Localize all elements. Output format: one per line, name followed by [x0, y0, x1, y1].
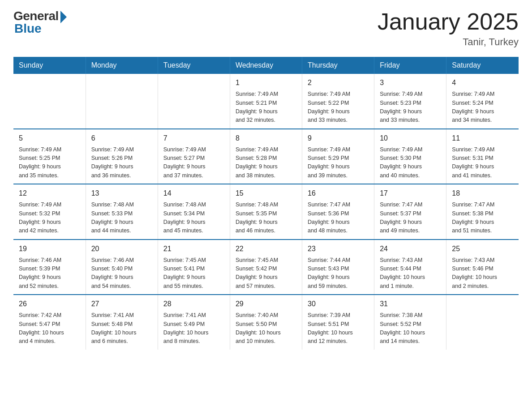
calendar-cell: 6Sunrise: 7:49 AM Sunset: 5:26 PM Daylig… [86, 129, 158, 184]
logo-arrow-icon [60, 11, 67, 23]
day-info: Sunrise: 7:46 AM Sunset: 5:40 PM Dayligh… [91, 256, 152, 291]
day-number: 25 [452, 244, 513, 254]
calendar-cell: 4Sunrise: 7:49 AM Sunset: 5:24 PM Daylig… [446, 74, 519, 129]
day-number: 3 [380, 77, 441, 88]
calendar-cell: 27Sunrise: 7:41 AM Sunset: 5:48 PM Dayli… [86, 295, 158, 350]
calendar-table: SundayMondayTuesdayWednesdayThursdayFrid… [13, 57, 519, 350]
calendar-cell: 9Sunrise: 7:49 AM Sunset: 5:29 PM Daylig… [302, 129, 374, 184]
calendar-cell: 12Sunrise: 7:49 AM Sunset: 5:32 PM Dayli… [13, 184, 86, 240]
calendar-cell: 15Sunrise: 7:48 AM Sunset: 5:35 PM Dayli… [230, 184, 302, 240]
day-info: Sunrise: 7:49 AM Sunset: 5:26 PM Dayligh… [91, 146, 152, 180]
calendar-cell: 17Sunrise: 7:47 AM Sunset: 5:37 PM Dayli… [374, 184, 446, 240]
calendar-title: January 2025 [378, 9, 519, 34]
day-number: 18 [452, 188, 513, 199]
calendar-cell: 3Sunrise: 7:49 AM Sunset: 5:23 PM Daylig… [374, 74, 446, 129]
day-info: Sunrise: 7:39 AM Sunset: 5:51 PM Dayligh… [308, 311, 369, 346]
day-info: Sunrise: 7:49 AM Sunset: 5:25 PM Dayligh… [19, 146, 80, 180]
day-info: Sunrise: 7:47 AM Sunset: 5:37 PM Dayligh… [380, 201, 441, 235]
day-info: Sunrise: 7:41 AM Sunset: 5:49 PM Dayligh… [163, 311, 224, 346]
day-of-week-header: Monday [86, 57, 158, 74]
calendar-cell: 20Sunrise: 7:46 AM Sunset: 5:40 PM Dayli… [86, 240, 158, 295]
day-number: 16 [308, 188, 369, 199]
day-of-week-header: Thursday [302, 57, 374, 74]
day-info: Sunrise: 7:49 AM Sunset: 5:22 PM Dayligh… [308, 90, 369, 125]
calendar-cell: 11Sunrise: 7:49 AM Sunset: 5:31 PM Dayli… [446, 129, 519, 184]
day-number: 30 [308, 299, 369, 309]
day-number: 28 [163, 299, 224, 309]
day-info: Sunrise: 7:49 AM Sunset: 5:29 PM Dayligh… [308, 146, 369, 180]
day-info: Sunrise: 7:45 AM Sunset: 5:42 PM Dayligh… [236, 256, 296, 291]
day-number: 20 [91, 244, 152, 254]
day-number: 12 [19, 188, 80, 199]
calendar-cell: 7Sunrise: 7:49 AM Sunset: 5:27 PM Daylig… [158, 129, 230, 184]
day-info: Sunrise: 7:44 AM Sunset: 5:43 PM Dayligh… [308, 256, 369, 291]
day-number: 26 [19, 299, 80, 309]
day-info: Sunrise: 7:43 AM Sunset: 5:44 PM Dayligh… [380, 256, 441, 291]
day-info: Sunrise: 7:41 AM Sunset: 5:48 PM Dayligh… [91, 311, 152, 346]
calendar-cell: 1Sunrise: 7:49 AM Sunset: 5:21 PM Daylig… [230, 74, 302, 129]
calendar-cell: 13Sunrise: 7:48 AM Sunset: 5:33 PM Dayli… [86, 184, 158, 240]
calendar-week-row: 5Sunrise: 7:49 AM Sunset: 5:25 PM Daylig… [13, 129, 519, 184]
day-number: 4 [452, 77, 513, 88]
calendar-cell: 18Sunrise: 7:47 AM Sunset: 5:38 PM Dayli… [446, 184, 519, 240]
day-number: 6 [91, 133, 152, 144]
day-number: 1 [236, 77, 296, 88]
day-info: Sunrise: 7:38 AM Sunset: 5:52 PM Dayligh… [380, 311, 441, 346]
day-info: Sunrise: 7:47 AM Sunset: 5:38 PM Dayligh… [452, 201, 513, 235]
days-of-week-row: SundayMondayTuesdayWednesdayThursdayFrid… [13, 57, 519, 74]
day-number: 21 [163, 244, 224, 254]
calendar-cell: 24Sunrise: 7:43 AM Sunset: 5:44 PM Dayli… [374, 240, 446, 295]
day-info: Sunrise: 7:49 AM Sunset: 5:27 PM Dayligh… [163, 146, 224, 180]
calendar-cell: 23Sunrise: 7:44 AM Sunset: 5:43 PM Dayli… [302, 240, 374, 295]
day-number: 31 [380, 299, 441, 309]
day-info: Sunrise: 7:47 AM Sunset: 5:36 PM Dayligh… [308, 201, 369, 235]
calendar-cell: 19Sunrise: 7:46 AM Sunset: 5:39 PM Dayli… [13, 240, 86, 295]
title-section: January 2025 Tanir, Turkey [378, 9, 519, 48]
day-number: 10 [380, 133, 441, 144]
day-info: Sunrise: 7:49 AM Sunset: 5:24 PM Dayligh… [452, 90, 513, 125]
day-info: Sunrise: 7:46 AM Sunset: 5:39 PM Dayligh… [19, 256, 80, 291]
day-info: Sunrise: 7:42 AM Sunset: 5:47 PM Dayligh… [19, 311, 80, 346]
day-number: 2 [308, 77, 369, 88]
day-number: 9 [308, 133, 369, 144]
calendar-cell: 10Sunrise: 7:49 AM Sunset: 5:30 PM Dayli… [374, 129, 446, 184]
day-number: 8 [236, 133, 296, 144]
calendar-week-row: 26Sunrise: 7:42 AM Sunset: 5:47 PM Dayli… [13, 295, 519, 350]
day-number: 27 [91, 299, 152, 309]
day-of-week-header: Wednesday [230, 57, 302, 74]
calendar-cell: 30Sunrise: 7:39 AM Sunset: 5:51 PM Dayli… [302, 295, 374, 350]
calendar-cell: 22Sunrise: 7:45 AM Sunset: 5:42 PM Dayli… [230, 240, 302, 295]
day-info: Sunrise: 7:45 AM Sunset: 5:41 PM Dayligh… [163, 256, 224, 291]
day-info: Sunrise: 7:49 AM Sunset: 5:23 PM Dayligh… [380, 90, 441, 125]
day-info: Sunrise: 7:40 AM Sunset: 5:50 PM Dayligh… [236, 311, 296, 346]
day-of-week-header: Friday [374, 57, 446, 74]
day-of-week-header: Sunday [13, 57, 86, 74]
day-number: 23 [308, 244, 369, 254]
page-header: General Blue January 2025 Tanir, Turkey [13, 9, 519, 48]
day-info: Sunrise: 7:49 AM Sunset: 5:28 PM Dayligh… [236, 146, 296, 180]
day-number: 7 [163, 133, 224, 144]
calendar-cell: 16Sunrise: 7:47 AM Sunset: 5:36 PM Dayli… [302, 184, 374, 240]
day-number: 15 [236, 188, 296, 199]
day-number: 5 [19, 133, 80, 144]
day-number: 24 [380, 244, 441, 254]
calendar-cell [158, 74, 230, 129]
day-of-week-header: Tuesday [158, 57, 230, 74]
day-info: Sunrise: 7:49 AM Sunset: 5:30 PM Dayligh… [380, 146, 441, 180]
calendar-cell: 26Sunrise: 7:42 AM Sunset: 5:47 PM Dayli… [13, 295, 86, 350]
calendar-header: SundayMondayTuesdayWednesdayThursdayFrid… [13, 57, 519, 74]
calendar-cell: 29Sunrise: 7:40 AM Sunset: 5:50 PM Dayli… [230, 295, 302, 350]
day-number: 19 [19, 244, 80, 254]
calendar-cell: 14Sunrise: 7:48 AM Sunset: 5:34 PM Dayli… [158, 184, 230, 240]
logo: General Blue [13, 9, 67, 36]
day-of-week-header: Saturday [446, 57, 519, 74]
day-info: Sunrise: 7:49 AM Sunset: 5:31 PM Dayligh… [452, 146, 513, 180]
calendar-body: 1Sunrise: 7:49 AM Sunset: 5:21 PM Daylig… [13, 74, 519, 350]
day-info: Sunrise: 7:43 AM Sunset: 5:46 PM Dayligh… [452, 256, 513, 291]
logo-blue-text: Blue [13, 21, 42, 36]
calendar-cell: 25Sunrise: 7:43 AM Sunset: 5:46 PM Dayli… [446, 240, 519, 295]
calendar-cell: 2Sunrise: 7:49 AM Sunset: 5:22 PM Daylig… [302, 74, 374, 129]
day-number: 11 [452, 133, 513, 144]
day-info: Sunrise: 7:48 AM Sunset: 5:33 PM Dayligh… [91, 201, 152, 235]
calendar-week-row: 12Sunrise: 7:49 AM Sunset: 5:32 PM Dayli… [13, 184, 519, 240]
